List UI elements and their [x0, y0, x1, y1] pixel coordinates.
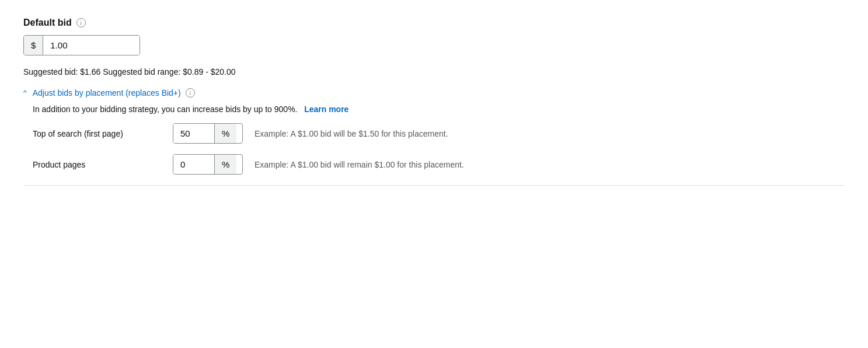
learn-more-link[interactable]: Learn more — [304, 105, 348, 114]
top-of-search-example: Example: A $1.00 bid will be $1.50 for t… — [255, 129, 845, 138]
product-pages-input-wrapper: % — [173, 154, 243, 175]
suggested-bid-text: Suggested bid: $1.66 Suggested bid range… — [23, 67, 845, 76]
adjust-bids-toggle: ^ Adjust bids by placement (replaces Bid… — [23, 88, 845, 98]
top-of-search-input-wrapper: % — [173, 123, 243, 144]
placement-description: In addition to your bidding strategy, yo… — [33, 105, 845, 114]
default-bid-section-title: Default bid i — [23, 18, 845, 28]
placement-section: In addition to your bidding strategy, yo… — [33, 105, 845, 175]
default-bid-label: Default bid — [23, 18, 72, 28]
product-pages-percent-suffix: % — [214, 155, 236, 174]
adjust-bids-info-icon[interactable]: i — [186, 88, 195, 98]
product-pages-row: Product pages % Example: A $1.00 bid wil… — [33, 154, 845, 175]
main-container: Default bid i $ Suggested bid: $1.66 Sug… — [0, 0, 868, 203]
adjust-bids-caret: ^ — [23, 89, 27, 97]
product-pages-label: Product pages — [33, 160, 161, 169]
top-of-search-label: Top of search (first page) — [33, 129, 161, 138]
product-pages-example: Example: A $1.00 bid will remain $1.00 f… — [255, 160, 845, 169]
default-bid-input[interactable] — [43, 36, 140, 55]
default-bid-input-wrapper: $ — [23, 35, 140, 55]
top-of-search-row: Top of search (first page) % Example: A … — [33, 123, 845, 144]
adjust-bids-link[interactable]: Adjust bids by placement (replaces Bid+) — [33, 88, 181, 98]
product-pages-input[interactable] — [173, 155, 214, 174]
bid-currency-prefix: $ — [24, 36, 43, 55]
bottom-divider — [23, 185, 845, 186]
top-of-search-input[interactable] — [173, 124, 214, 143]
top-of-search-percent-suffix: % — [214, 124, 236, 143]
default-bid-info-icon[interactable]: i — [76, 18, 86, 27]
